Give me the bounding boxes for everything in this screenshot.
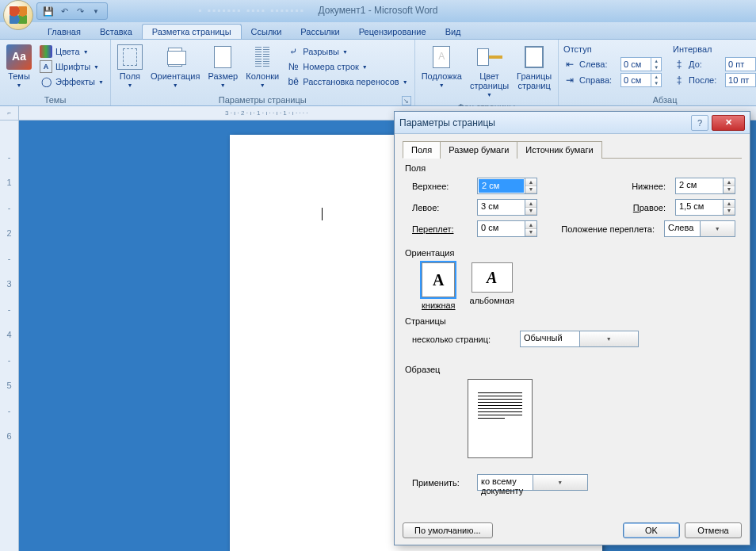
tab-references[interactable]: Ссылки: [242, 25, 292, 39]
spacing-header: Интервал: [673, 44, 756, 55]
dialog-tabs: Поля Размер бумаги Источник бумаги: [403, 140, 742, 159]
chevron-down-icon: ▼: [533, 475, 588, 490]
redo-icon[interactable]: ↷: [74, 5, 86, 17]
margins-button[interactable]: Поля▼: [114, 43, 146, 90]
margins-icon: [117, 44, 143, 70]
tab-home[interactable]: Главная: [38, 25, 90, 39]
dialog-body: Поля Размер бумаги Источник бумаги Поля …: [395, 134, 750, 502]
spin-up-icon[interactable]: ▲: [651, 58, 661, 64]
tab-insert[interactable]: Вставка: [90, 25, 142, 39]
title-compat-blur: ▪ ▪▪▪▪▪▪▪ ▪▪▪▪ ▪▪▪▪▪▪▪: [198, 5, 305, 16]
quick-access-toolbar: 💾 ↶ ↷ ▼: [36, 2, 108, 20]
dialog-tab-margins[interactable]: Поля: [403, 141, 441, 159]
spacing-after-icon: ‡: [673, 74, 685, 86]
breaks-button[interactable]: ⤶Разрывы▼: [285, 44, 409, 59]
select-apply-to[interactable]: ко всему документу▼: [477, 474, 588, 491]
colors-icon: [40, 45, 52, 58]
office-button[interactable]: [3, 0, 33, 30]
size-icon: [210, 44, 235, 70]
page-color-button[interactable]: Цвет страницы▼: [467, 43, 512, 100]
watermark-button[interactable]: AПодложка▼: [418, 43, 465, 90]
columns-button[interactable]: Колонки▼: [242, 43, 282, 90]
spin-down-icon[interactable]: ▼: [651, 64, 661, 71]
close-button[interactable]: ✕: [712, 115, 745, 131]
cancel-button[interactable]: Отмена: [685, 522, 742, 538]
hyphenation-button[interactable]: bēРасстановка переносов▼: [285, 75, 409, 89]
input-bottom[interactable]: 2 см▲▼: [675, 178, 735, 194]
tab-mailings[interactable]: Рассылки: [291, 25, 349, 39]
save-icon[interactable]: 💾: [42, 5, 55, 17]
orientation-landscape[interactable]: A альбомная: [470, 262, 514, 310]
group-page-setup: Поля▼ Ориентация▼ Размер▼ Колонки▼ ⤶Разр…: [111, 40, 415, 105]
spacing-after-input[interactable]: 10 пт▲▼: [725, 73, 756, 87]
select-multi-pages[interactable]: Обычный▼: [520, 331, 639, 347]
chevron-down-icon: ▼: [579, 331, 639, 346]
default-button[interactable]: По умолчанию...: [403, 522, 493, 538]
input-gutter[interactable]: 0 см▲▼: [477, 220, 537, 237]
label-multi-pages: несколько страниц:: [412, 335, 515, 344]
qat-customize-icon[interactable]: ▼: [90, 5, 102, 17]
spacing-before-input[interactable]: 0 пт▲▼: [725, 57, 756, 71]
orientation-portrait[interactable]: A книжная: [422, 262, 456, 310]
indent-right-input[interactable]: 0 см▲▼: [620, 73, 662, 87]
spacing-before-row: ‡До:0 пт▲▼: [673, 57, 756, 71]
undo-icon[interactable]: ↶: [58, 5, 71, 17]
group-themes-label: Темы: [2, 94, 109, 105]
page-borders-icon: [521, 44, 547, 70]
select-gutter-pos[interactable]: Слева▼: [664, 220, 735, 237]
label-bottom: Нижнее:: [542, 182, 670, 191]
dialog-titlebar[interactable]: Параметры страницы ? ✕: [395, 112, 750, 134]
indent-right-row: ⇥Справа:0 см▲▼: [563, 73, 662, 87]
themes-button[interactable]: Aa Темы ▼: [3, 43, 35, 90]
orientation-button[interactable]: Ориентация▼: [147, 43, 203, 90]
ruler-corner-icon[interactable]: ⌐: [0, 106, 19, 121]
theme-colors-button[interactable]: Цвета▼: [38, 44, 105, 59]
fieldset-margins: Поля Верхнее: 2 см▲▼ Нижнее: 2 см▲▼ Лево…: [403, 163, 742, 243]
spin-up-icon[interactable]: ▲: [525, 178, 536, 186]
dialog-buttons: По умолчанию... OK Отмена: [403, 522, 742, 538]
group-page-background: AПодложка▼ Цвет страницы▼ Границы страни…: [415, 40, 559, 105]
label-right: Правое:: [542, 203, 670, 212]
input-left[interactable]: 3 см▲▼: [477, 199, 537, 216]
dialog-title: Параметры страницы: [399, 117, 691, 128]
fieldset-preview: Образец: [403, 365, 742, 460]
dialog-tab-paper[interactable]: Размер бумаги: [440, 141, 517, 159]
size-button[interactable]: Размер▼: [204, 43, 241, 90]
theme-fonts-button[interactable]: AШрифты▼: [38, 59, 105, 74]
label-left: Левое:: [412, 203, 472, 212]
indent-left-row: ⇤Слева:0 см▲▼: [563, 57, 662, 71]
tab-review[interactable]: Рецензирование: [349, 25, 436, 39]
input-top[interactable]: 2 см▲▼: [477, 178, 537, 194]
office-logo-icon: [10, 6, 27, 24]
landscape-icon: A: [472, 262, 513, 293]
group-paragraph: Отступ ⇤Слева:0 см▲▼ ⇥Справа:0 см▲▼ Инте…: [559, 40, 756, 105]
ok-button[interactable]: OK: [623, 522, 680, 538]
breaks-icon: ⤶: [287, 45, 300, 58]
help-button[interactable]: ?: [691, 115, 708, 131]
spin-down-icon[interactable]: ▼: [525, 186, 536, 194]
group-themes: Aa Темы ▼ Цвета▼ AШрифты▼ ◯Эффекты▼ Темы: [0, 40, 111, 105]
hyphenation-icon: bē: [287, 75, 300, 88]
line-numbers-button[interactable]: №Номера строк▼: [285, 59, 409, 74]
dialog-tab-layout[interactable]: Источник бумаги: [517, 141, 601, 159]
group-paragraph-label: Абзац↘: [560, 94, 756, 105]
effects-icon: ◯: [40, 75, 52, 88]
watermark-icon: A: [429, 44, 454, 70]
input-right[interactable]: 1,5 см▲▼: [675, 199, 735, 216]
label-gutter: Переплет:: [412, 224, 472, 234]
tab-view[interactable]: Вид: [436, 25, 471, 39]
page-borders-button[interactable]: Границы страниц: [514, 43, 555, 92]
indent-left-input[interactable]: 0 см▲▼: [620, 57, 662, 71]
titlebar: 💾 ↶ ↷ ▼ ▪ ▪▪▪▪▪▪▪ ▪▪▪▪ ▪▪▪▪▪▪▪ Документ1…: [0, 0, 756, 22]
label-top: Верхнее:: [412, 182, 472, 191]
vertical-ruler[interactable]: -1-2-3-4-5-6: [0, 121, 19, 551]
indent-right-icon: ⇥: [563, 74, 576, 86]
tab-page-layout[interactable]: Разметка страницы: [142, 24, 242, 39]
window-title: Документ1 - Microsoft Word: [318, 5, 437, 16]
chevron-down-icon: ▼: [700, 221, 735, 236]
theme-effects-button[interactable]: ◯Эффекты▼: [38, 75, 105, 89]
chevron-down-icon: ▼: [17, 82, 22, 89]
ribbon-tabs: Главная Вставка Разметка страницы Ссылки…: [0, 22, 756, 40]
page-setup-launcher-icon[interactable]: ↘: [402, 96, 411, 105]
text-cursor: [322, 208, 323, 220]
